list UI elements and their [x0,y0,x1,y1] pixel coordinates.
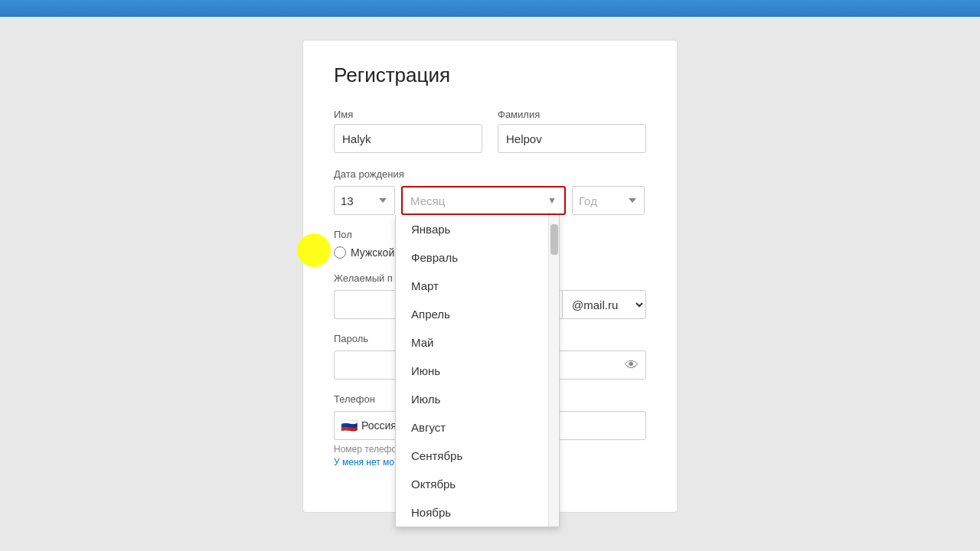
year-select[interactable]: Год [572,186,645,215]
month-item-november[interactable]: Ноябрь [396,498,559,527]
month-arrow-icon: ▼ [547,195,557,206]
month-item-september[interactable]: Сентябрь [396,442,559,470]
month-item-august[interactable]: Август [396,413,559,442]
male-radio-label[interactable]: Мужской [334,246,394,259]
russia-flag-icon: 🇷🇺 [341,417,358,434]
page-wrapper: Регистрация Имя Фамилия Дата рождения 13… [0,17,980,513]
month-select-button[interactable]: Месяц ▼ [401,186,566,215]
last-name-col: Фамилия [498,109,646,153]
month-item-march[interactable]: Март [396,272,559,300]
dob-row: 13 Месяц ▼ Год Январь Февраль Март Апрел… [334,186,646,215]
last-name-label: Фамилия [498,109,646,120]
first-name-input[interactable] [334,124,482,153]
first-name-col: Имя [334,109,482,153]
day-select[interactable]: 13 [334,186,395,215]
country-name: Россия [361,419,397,432]
month-dropdown[interactable]: Январь Февраль Март Апрель Май Июнь Июль… [395,215,560,527]
month-item-january[interactable]: Январь [396,215,559,243]
month-item-may[interactable]: Май [396,328,559,357]
month-item-july[interactable]: Июль [396,385,559,413]
top-bar [0,0,980,17]
month-item-february[interactable]: Февраль [396,243,559,272]
registration-form: Регистрация Имя Фамилия Дата рождения 13… [302,40,678,513]
name-group: Имя Фамилия [334,109,646,153]
male-label-text: Мужской [351,246,394,259]
scrollbar-thumb [550,224,558,255]
month-item-october[interactable]: Октябрь [396,470,559,498]
month-placeholder: Месяц [410,194,445,207]
dob-label: Дата рождения [334,168,646,180]
dob-section: Дата рождения 13 Месяц ▼ Год Январь Февр… [334,168,646,215]
last-name-input[interactable] [498,124,646,153]
email-domain-select[interactable]: @mail.ru @inbox.ru @list.ru @bk.ru [562,290,646,319]
form-title: Регистрация [334,64,646,87]
male-radio[interactable] [334,246,346,259]
month-item-june[interactable]: Июнь [396,357,559,385]
month-item-april[interactable]: Апрель [396,300,559,328]
eye-icon[interactable]: 👁 [625,357,639,373]
first-name-label: Имя [334,109,482,120]
dropdown-scrollbar[interactable] [548,215,559,527]
